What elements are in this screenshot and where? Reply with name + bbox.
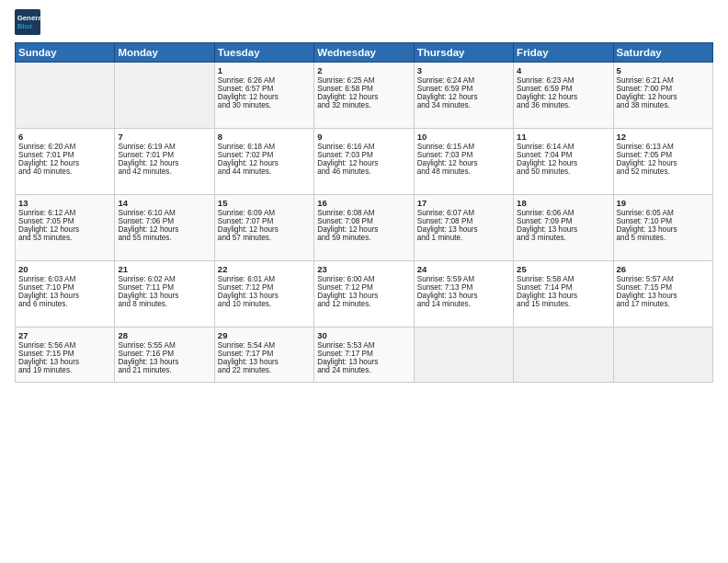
day-info-line: Sunset: 7:15 PM [18, 350, 111, 358]
day-number: 25 [517, 264, 609, 274]
day-info-line: and 46 minutes. [317, 167, 410, 176]
calendar-cell: 11Sunrise: 6:14 AMSunset: 7:04 PMDayligh… [514, 129, 613, 195]
day-number: 20 [18, 264, 111, 274]
calendar-cell: 3Sunrise: 6:24 AMSunset: 6:59 PMDaylight… [414, 63, 513, 129]
calendar-cell: 23Sunrise: 6:00 AMSunset: 7:12 PMDayligh… [314, 261, 414, 327]
day-number: 12 [617, 132, 710, 142]
day-number: 9 [317, 132, 410, 142]
day-number: 15 [218, 198, 311, 208]
day-info-line: Sunrise: 6:21 AM [617, 76, 710, 85]
calendar-cell: 1Sunrise: 6:26 AMSunset: 6:57 PMDaylight… [214, 63, 313, 129]
day-info-line: Sunrise: 6:08 AM [317, 209, 410, 217]
calendar-cell: 27Sunrise: 5:56 AMSunset: 7:15 PMDayligh… [16, 327, 115, 383]
calendar-cell: 14Sunrise: 6:10 AMSunset: 7:06 PMDayligh… [115, 195, 214, 261]
day-info-line: Daylight: 13 hours [18, 292, 111, 300]
day-info-line: and 30 minutes. [218, 101, 311, 109]
header-cell-tuesday: Tuesday [214, 43, 313, 63]
calendar-header: SundayMondayTuesdayWednesdayThursdayFrid… [16, 43, 713, 63]
day-number: 4 [517, 65, 609, 75]
day-number: 1 [218, 65, 311, 75]
day-info-line: Daylight: 12 hours [517, 159, 609, 167]
day-info-line: and 19 minutes. [18, 366, 111, 374]
calendar-cell: 17Sunrise: 6:07 AMSunset: 7:08 PMDayligh… [414, 195, 513, 261]
day-info-line: Sunset: 7:07 PM [218, 217, 311, 225]
day-number: 5 [617, 65, 710, 75]
day-info-line: Sunset: 7:17 PM [317, 350, 410, 358]
calendar-page: General Blue SundayMondayTuesdayWednesda… [0, 0, 728, 563]
day-number: 8 [218, 132, 311, 142]
day-info-line: Daylight: 12 hours [18, 225, 111, 234]
logo: General Blue [15, 9, 42, 35]
day-info-line: Sunset: 7:10 PM [617, 217, 710, 225]
day-info-line: Daylight: 12 hours [218, 93, 311, 101]
day-number: 2 [317, 65, 410, 75]
day-info-line: Sunset: 6:59 PM [517, 85, 609, 93]
calendar-cell: 28Sunrise: 5:55 AMSunset: 7:16 PMDayligh… [115, 327, 214, 383]
day-info-line: Sunrise: 6:26 AM [218, 76, 311, 85]
header-cell-wednesday: Wednesday [314, 43, 414, 63]
calendar-cell [115, 63, 214, 129]
day-info-line: and 15 minutes. [517, 300, 609, 308]
day-info-line: Sunset: 7:05 PM [617, 151, 710, 159]
day-info-line: Daylight: 12 hours [417, 159, 510, 167]
calendar-cell: 2Sunrise: 6:25 AMSunset: 6:58 PMDaylight… [314, 63, 414, 129]
header-cell-sunday: Sunday [16, 43, 115, 63]
day-info-line: Sunrise: 6:16 AM [317, 143, 410, 151]
calendar-cell: 24Sunrise: 5:59 AMSunset: 7:13 PMDayligh… [414, 261, 513, 327]
svg-text:General: General [17, 14, 40, 22]
calendar-cell: 19Sunrise: 6:05 AMSunset: 7:10 PMDayligh… [613, 195, 712, 261]
day-info-line: Sunrise: 5:55 AM [118, 341, 210, 350]
svg-text:Blue: Blue [17, 22, 34, 30]
header-cell-friday: Friday [514, 43, 613, 63]
calendar-cell [414, 327, 513, 383]
day-number: 27 [18, 330, 111, 340]
day-info-line: Daylight: 13 hours [18, 358, 111, 366]
day-info-line: and 55 minutes. [118, 234, 210, 242]
day-number: 30 [317, 330, 410, 340]
day-info-line: Sunrise: 6:10 AM [118, 209, 210, 217]
calendar-cell: 29Sunrise: 5:54 AMSunset: 7:17 PMDayligh… [214, 327, 313, 383]
day-info-line: Sunrise: 5:59 AM [417, 275, 510, 283]
calendar-cell: 26Sunrise: 5:57 AMSunset: 7:15 PMDayligh… [613, 261, 712, 327]
day-info-line: Daylight: 13 hours [417, 225, 510, 234]
day-info-line: Daylight: 13 hours [617, 225, 710, 234]
week-row-2: 6Sunrise: 6:20 AMSunset: 7:01 PMDaylight… [16, 129, 713, 195]
day-info-line: Sunrise: 5:58 AM [517, 275, 609, 283]
day-info-line: Sunset: 6:59 PM [417, 85, 510, 93]
day-info-line: and 52 minutes. [617, 167, 710, 176]
calendar-cell: 5Sunrise: 6:21 AMSunset: 7:00 PMDaylight… [613, 63, 712, 129]
day-info-line: Daylight: 12 hours [417, 93, 510, 101]
calendar-cell: 4Sunrise: 6:23 AMSunset: 6:59 PMDaylight… [514, 63, 613, 129]
calendar-cell: 10Sunrise: 6:15 AMSunset: 7:03 PMDayligh… [414, 129, 513, 195]
week-row-3: 13Sunrise: 6:12 AMSunset: 7:05 PMDayligh… [16, 195, 713, 261]
day-info-line: Daylight: 12 hours [317, 159, 410, 167]
day-info-line: and 48 minutes. [417, 167, 510, 176]
day-info-line: Sunrise: 6:12 AM [18, 209, 111, 217]
day-info-line: Sunrise: 6:06 AM [517, 209, 609, 217]
day-info-line: Sunrise: 6:09 AM [218, 209, 311, 217]
day-info-line: Sunset: 7:13 PM [417, 283, 510, 292]
day-info-line: Sunrise: 6:03 AM [18, 275, 111, 283]
day-info-line: and 53 minutes. [18, 234, 111, 242]
calendar-cell [514, 327, 613, 383]
day-info-line: and 10 minutes. [218, 300, 311, 308]
week-row-4: 20Sunrise: 6:03 AMSunset: 7:10 PMDayligh… [16, 261, 713, 327]
day-number: 13 [18, 198, 111, 208]
day-number: 26 [617, 264, 710, 274]
calendar-cell: 21Sunrise: 6:02 AMSunset: 7:11 PMDayligh… [115, 261, 214, 327]
day-info-line: Sunset: 7:01 PM [18, 151, 111, 159]
day-info-line: Sunset: 7:11 PM [118, 283, 210, 292]
day-number: 19 [617, 198, 710, 208]
day-info-line: Daylight: 12 hours [218, 225, 311, 234]
day-info-line: Daylight: 12 hours [617, 159, 710, 167]
day-info-line: Daylight: 12 hours [218, 159, 311, 167]
day-info-line: Sunset: 7:08 PM [417, 217, 510, 225]
day-info-line: Sunset: 7:16 PM [118, 350, 210, 358]
day-info-line: Sunrise: 6:13 AM [617, 143, 710, 151]
day-info-line: Sunset: 7:03 PM [317, 151, 410, 159]
header: General Blue [15, 9, 713, 35]
day-info-line: Sunrise: 6:15 AM [417, 143, 510, 151]
day-info-line: Daylight: 12 hours [18, 159, 111, 167]
day-info-line: Sunset: 7:01 PM [118, 151, 210, 159]
day-info-line: Sunset: 7:03 PM [417, 151, 510, 159]
